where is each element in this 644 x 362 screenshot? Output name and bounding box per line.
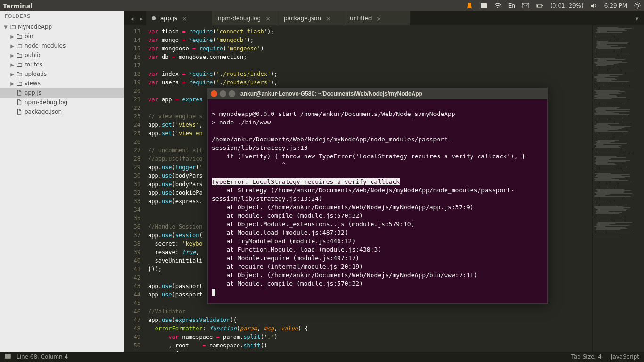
disclosure-arrow-icon: ▶ (9, 81, 15, 86)
tree-item-label: routes (24, 61, 124, 68)
folder-row[interactable]: ▶routes (0, 60, 124, 69)
tab-close-icon[interactable]: × (182, 15, 187, 22)
syntax-indicator[interactable]: JavaScript (611, 354, 639, 360)
svg-marker-6 (591, 3, 594, 8)
folder-icon (15, 52, 24, 58)
window-maximize-button[interactable] (229, 90, 235, 97)
tree-item-label: bin (24, 33, 124, 40)
svg-rect-5 (537, 5, 538, 7)
tab-next-button[interactable]: ▸ (137, 11, 146, 25)
window-minimize-button[interactable] (220, 90, 226, 97)
files-icon[interactable] (480, 2, 487, 9)
file-icon (15, 99, 24, 106)
tree-item-label: node_modules (24, 42, 124, 49)
sidebar-header: FOLDERS (0, 11, 124, 21)
tree-item-label: views (24, 80, 124, 87)
svg-rect-8 (5, 354, 10, 355)
battery-icon[interactable] (536, 2, 544, 9)
svg-rect-1 (481, 3, 487, 8)
tab-npm-debug-log[interactable]: npm-debug.log× (212, 11, 278, 25)
file-row[interactable]: app.js (0, 88, 124, 98)
tab-label: app.js (160, 15, 177, 22)
file-tree[interactable]: ▼MyNodeApp▶bin▶node_modules▶public▶route… (0, 21, 124, 117)
window-close-button[interactable] (211, 90, 217, 97)
tab-label: untitled (350, 15, 372, 22)
gear-icon[interactable] (634, 2, 641, 9)
system-tray: En (0:01, 29%) 6:29 PM (466, 2, 641, 9)
battery-text: (0:01, 29%) (550, 2, 584, 9)
clock[interactable]: 6:29 PM (604, 2, 627, 9)
svg-marker-0 (467, 3, 472, 8)
svg-rect-9 (5, 356, 10, 357)
mail-icon[interactable] (522, 2, 529, 9)
disclosure-arrow-icon: ▶ (9, 62, 15, 67)
folder-row[interactable]: ▶node_modules (0, 41, 124, 50)
os-menu-bar: Terminal En (0:01, 29%) 6:29 PM (0, 0, 644, 11)
tab-app-js[interactable]: app.js× (146, 11, 212, 25)
folder-icon (15, 61, 24, 68)
status-menu-icon[interactable] (5, 353, 11, 361)
volume-icon[interactable] (590, 2, 598, 9)
folder-row[interactable]: ▶uploads (0, 69, 124, 79)
tree-item-label: MyNodeApp (17, 24, 124, 30)
file-row[interactable]: npm-debug.log (0, 98, 124, 107)
tab-close-icon[interactable]: × (265, 15, 271, 22)
terminal-window[interactable]: ankur@ankur-Lenovo-G580: ~/Documents/Web… (207, 88, 548, 304)
language-indicator[interactable]: En (508, 2, 515, 9)
tab-prev-button[interactable]: ◂ (127, 11, 137, 25)
folder-icon (15, 42, 24, 49)
svg-rect-10 (5, 357, 10, 358)
folder-sidebar: FOLDERS ▼MyNodeApp▶bin▶node_modules▶publ… (0, 11, 124, 352)
disclosure-arrow-icon: ▼ (3, 25, 8, 30)
folder-row[interactable]: ▶public (0, 50, 124, 60)
disclosure-arrow-icon: ▶ (9, 53, 15, 58)
tab-close-icon[interactable]: × (376, 15, 381, 22)
disclosure-arrow-icon: ▶ (9, 72, 15, 77)
disclosure-arrow-icon: ▶ (9, 34, 15, 39)
tree-item-label: app.js (24, 90, 124, 96)
tab-overflow-button[interactable]: ▾ (630, 11, 644, 25)
folder-row[interactable]: ▼MyNodeApp (0, 22, 124, 32)
folder-row[interactable]: ▶bin (0, 32, 124, 41)
folder-icon (8, 24, 17, 30)
tree-item-label: npm-debug.log (24, 99, 124, 106)
folder-icon (15, 33, 24, 40)
tab-strip: ◂ ▸ app.js×npm-debug.log×package.json×un… (124, 11, 644, 25)
tab-close-icon[interactable]: × (326, 15, 331, 22)
terminal-cursor (212, 289, 215, 296)
vlc-icon[interactable] (466, 2, 473, 9)
tree-item-label: package.json (24, 108, 124, 115)
tab-label: npm-debug.log (218, 15, 261, 22)
minimap[interactable] (592, 25, 644, 352)
file-icon (15, 90, 24, 96)
svg-rect-4 (542, 5, 543, 6)
app-title: Terminal (3, 2, 33, 9)
tab-size-indicator[interactable]: Tab Size: 4 (571, 354, 602, 360)
tab-label: package.json (284, 15, 321, 22)
folder-row[interactable]: ▶views (0, 79, 124, 88)
folder-icon (15, 80, 24, 87)
tab-package-json[interactable]: package.json× (278, 11, 344, 25)
terminal-output[interactable]: > mynodeapp@0.0.0 start /home/ankur/Docu… (208, 99, 547, 303)
terminal-titlebar[interactable]: ankur@ankur-Lenovo-G580: ~/Documents/Web… (208, 88, 547, 99)
terminal-title: ankur@ankur-Lenovo-G580: ~/Documents/Web… (240, 90, 422, 97)
file-row[interactable]: package.json (0, 107, 124, 116)
folder-icon (15, 71, 24, 77)
line-gutter: 13 14 15 16 17 18 19 20 21 22 23 24 25 2… (124, 25, 145, 352)
tab-untitled[interactable]: untitled× (344, 11, 410, 25)
disclosure-arrow-icon: ▶ (9, 43, 15, 49)
tree-item-label: public (24, 52, 124, 58)
dirty-indicator-icon (152, 16, 156, 20)
file-icon (15, 108, 24, 115)
wifi-icon[interactable] (494, 2, 502, 9)
svg-point-7 (636, 4, 639, 7)
status-bar: Line 68, Column 4 Tab Size: 4 JavaScript (0, 352, 644, 362)
cursor-position[interactable]: Line 68, Column 4 (17, 354, 68, 360)
tree-item-label: uploads (24, 71, 124, 77)
